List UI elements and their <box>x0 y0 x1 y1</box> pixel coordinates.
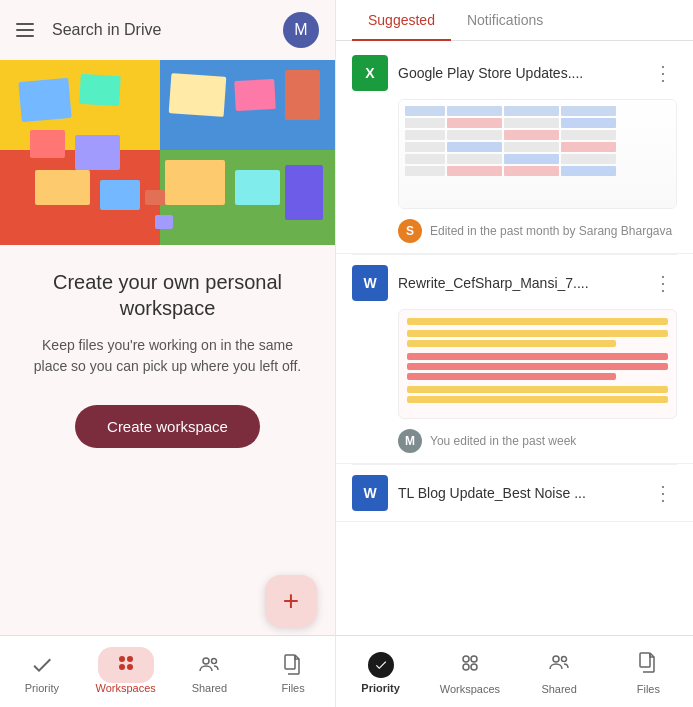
workspaces-icon <box>113 652 139 678</box>
list-item: W TL Blog Update_Best Noise ... ⋮ <box>336 465 693 522</box>
editor-text: Edited in the past month by Sarang Bharg… <box>430 224 672 238</box>
nav-item-right-files[interactable]: Files <box>604 642 693 703</box>
right-tabs: Suggested Notifications <box>336 0 693 41</box>
left-bottom-nav: Priority Workspaces <box>0 635 335 707</box>
file-preview-doc <box>398 309 677 419</box>
files-list: X Google Play Store Updates.... ⋮ <box>336 41 693 635</box>
svg-rect-13 <box>285 165 323 220</box>
svg-point-20 <box>119 664 125 670</box>
svg-point-23 <box>212 658 217 663</box>
svg-rect-10 <box>285 70 320 120</box>
svg-rect-16 <box>145 190 165 205</box>
file-row: X Google Play Store Updates.... ⋮ <box>352 55 677 91</box>
nav-label-priority: Priority <box>361 682 400 694</box>
file-menu-button[interactable]: ⋮ <box>649 481 677 505</box>
nav-item-right-priority[interactable]: Priority <box>336 642 425 703</box>
file-name: Google Play Store Updates.... <box>398 65 639 81</box>
search-text[interactable]: Search in Drive <box>52 21 283 39</box>
file-icon-word: W <box>352 265 388 301</box>
editor-text: You edited in the past week <box>430 434 576 448</box>
right-bottom-nav: Priority Workspaces <box>336 635 693 707</box>
svg-rect-11 <box>165 160 225 205</box>
editor-avatar: S <box>398 219 422 243</box>
priority-check-icon <box>368 652 394 678</box>
left-panel: Search in Drive M <box>0 0 335 707</box>
file-name: TL Blog Update_Best Noise ... <box>398 485 639 501</box>
svg-rect-15 <box>100 180 140 210</box>
fab-button[interactable]: + <box>265 575 317 627</box>
left-header: Search in Drive M <box>0 0 335 60</box>
svg-point-21 <box>127 664 133 670</box>
svg-point-27 <box>463 664 469 670</box>
editor-info: S Edited in the past month by Sarang Bha… <box>398 219 677 243</box>
svg-rect-14 <box>35 170 90 205</box>
workspaces-icon-right <box>458 651 482 679</box>
create-workspace-button[interactable]: Create workspace <box>75 405 260 448</box>
list-item: W Rewrite_CefSharp_Mansi_7.... ⋮ M You e… <box>336 255 693 464</box>
svg-point-30 <box>562 656 567 661</box>
nav-label-files-right: Files <box>637 683 660 695</box>
right-panel: Suggested Notifications X Google Play St… <box>335 0 693 707</box>
hero-image <box>0 60 335 245</box>
nav-label-files: Files <box>282 682 305 694</box>
shared-icon <box>196 652 222 678</box>
editor-avatar: M <box>398 429 422 453</box>
svg-point-29 <box>553 656 559 662</box>
svg-point-25 <box>463 656 469 662</box>
svg-point-22 <box>203 658 209 664</box>
svg-point-26 <box>471 656 477 662</box>
nav-item-priority[interactable]: Priority <box>0 642 84 703</box>
nav-label-workspaces-right: Workspaces <box>440 683 500 695</box>
svg-rect-24 <box>285 655 295 669</box>
file-icon-excel: X <box>352 55 388 91</box>
nav-label-priority: Priority <box>25 682 59 694</box>
priority-icon <box>29 652 55 678</box>
editor-info: M You edited in the past week <box>398 429 677 453</box>
nav-label-shared-right: Shared <box>541 683 576 695</box>
file-menu-button[interactable]: ⋮ <box>649 61 677 85</box>
list-item: X Google Play Store Updates.... ⋮ <box>336 45 693 254</box>
nav-item-workspaces[interactable]: Workspaces <box>84 642 168 703</box>
nav-item-right-shared[interactable]: Shared <box>515 642 604 703</box>
nav-item-files[interactable]: Files <box>251 642 335 703</box>
nav-label-shared: Shared <box>192 682 227 694</box>
file-menu-button[interactable]: ⋮ <box>649 271 677 295</box>
nav-item-shared[interactable]: Shared <box>168 642 252 703</box>
svg-rect-6 <box>30 130 65 158</box>
svg-rect-7 <box>75 135 120 170</box>
svg-rect-17 <box>155 215 173 229</box>
tab-notifications[interactable]: Notifications <box>451 0 559 40</box>
svg-rect-9 <box>234 79 276 111</box>
tab-suggested[interactable]: Suggested <box>352 0 451 40</box>
svg-point-28 <box>471 664 477 670</box>
files-icon-right <box>636 651 660 679</box>
nav-item-right-workspaces[interactable]: Workspaces <box>425 642 514 703</box>
file-row: W TL Blog Update_Best Noise ... ⋮ <box>352 475 677 511</box>
avatar[interactable]: M <box>283 12 319 48</box>
file-icon-word: W <box>352 475 388 511</box>
svg-point-19 <box>127 656 133 662</box>
svg-rect-8 <box>169 73 227 117</box>
svg-rect-12 <box>235 170 280 205</box>
svg-rect-5 <box>79 74 121 106</box>
fab-plus-icon: + <box>283 587 299 615</box>
nav-label-workspaces: Workspaces <box>95 682 155 694</box>
hamburger-icon[interactable] <box>16 18 40 42</box>
file-preview-sheet <box>398 99 677 209</box>
svg-rect-31 <box>640 653 650 667</box>
svg-point-18 <box>119 656 125 662</box>
shared-icon-right <box>547 651 571 679</box>
workspace-title: Create your own personal workspace <box>32 269 303 321</box>
file-row: W Rewrite_CefSharp_Mansi_7.... ⋮ <box>352 265 677 301</box>
svg-rect-4 <box>18 78 71 122</box>
files-icon <box>280 652 306 678</box>
workspace-description: Keep files you're working on in the same… <box>32 335 303 377</box>
file-name: Rewrite_CefSharp_Mansi_7.... <box>398 275 639 291</box>
